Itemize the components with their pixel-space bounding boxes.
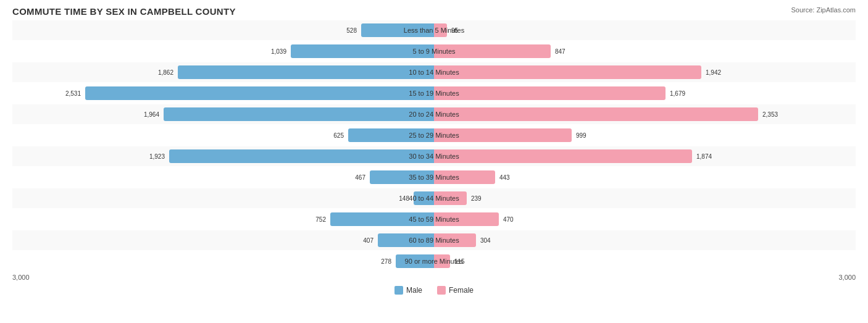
chart-row: 278 90 or more Minutes 115 xyxy=(12,251,856,271)
row-label-text: 45 to 59 Minutes xyxy=(391,216,477,223)
male-bar-wrap: 278 xyxy=(12,254,434,268)
male-bar-wrap: 625 xyxy=(12,128,434,142)
male-bar-wrap: 2,531 xyxy=(12,86,434,100)
female-bar-wrap: 1,942 xyxy=(434,65,856,79)
female-bar-wrap: 1,679 xyxy=(434,86,856,100)
male-value: 467 xyxy=(355,174,367,181)
chart-row: 1,964 20 to 24 Minutes 2,353 xyxy=(12,104,856,124)
female-bar-wrap: 239 xyxy=(434,191,856,205)
male-bar-wrap: 752 xyxy=(12,212,434,226)
female-value: 2,353 xyxy=(761,111,778,118)
row-label-text: 15 to 19 Minutes xyxy=(391,90,477,97)
row-label-text: 30 to 34 Minutes xyxy=(391,153,477,160)
source-label: Source: ZipAtlas.com xyxy=(791,6,856,14)
chart-row: 1,923 30 to 34 Minutes 1,874 xyxy=(12,146,856,166)
female-value: 1,942 xyxy=(704,69,721,76)
chart-title: COMMUTE TIME BY SEX IN CAMPBELL COUNTY xyxy=(12,6,236,17)
legend-male-box xyxy=(394,286,403,295)
row-label-text: 90 or more Minutes xyxy=(391,258,477,265)
male-bar-wrap: 467 xyxy=(12,170,434,184)
male-bar-wrap: 1,964 xyxy=(12,107,434,121)
bars-container: 528 Less than 5 Minutes 95 xyxy=(12,20,856,40)
female-value: 470 xyxy=(501,216,514,223)
chart-rows: 528 Less than 5 Minutes 95 1,039 5 to 9 … xyxy=(12,20,856,271)
chart-row: 625 25 to 29 Minutes 999 xyxy=(12,125,856,145)
male-bar-wrap: 1,862 xyxy=(12,65,434,79)
male-bar-wrap: 407 xyxy=(12,233,434,247)
female-value: 443 xyxy=(498,174,510,181)
bars-container: 1,964 20 to 24 Minutes 2,353 xyxy=(12,104,856,124)
axis-right-label: 3,000 xyxy=(838,274,856,281)
female-bar-wrap: 999 xyxy=(434,128,856,142)
chart-legend: Male Female xyxy=(12,286,856,295)
bars-container: 1,862 10 to 14 Minutes 1,942 xyxy=(12,62,856,82)
male-bar: 2,531 xyxy=(85,86,434,100)
male-bar-wrap: 1,923 xyxy=(12,149,434,163)
bars-container: 467 35 to 39 Minutes 443 xyxy=(12,167,856,187)
male-value: 2,531 xyxy=(65,90,83,97)
chart-row: 1,862 10 to 14 Minutes 1,942 xyxy=(12,62,856,82)
female-bar-wrap: 95 xyxy=(434,23,856,37)
male-value: 1,862 xyxy=(158,69,175,76)
female-bar: 2,353 xyxy=(434,107,758,121)
axis-bottom: 3,000 3,000 xyxy=(12,274,856,281)
chart-row: 752 45 to 59 Minutes 470 xyxy=(12,209,856,229)
row-label-text: 35 to 39 Minutes xyxy=(391,174,477,181)
male-value: 625 xyxy=(333,132,346,139)
female-value: 1,874 xyxy=(695,153,712,160)
male-value: 1,039 xyxy=(271,48,288,55)
row-label-text: 40 to 44 Minutes xyxy=(391,195,477,202)
female-bar-wrap: 304 xyxy=(434,233,856,247)
chart-wrapper: COMMUTE TIME BY SEX IN CAMPBELL COUNTY S… xyxy=(12,6,856,295)
chart-row: 467 35 to 39 Minutes 443 xyxy=(12,167,856,187)
chart-row: 407 60 to 89 Minutes 304 xyxy=(12,230,856,250)
bars-container: 1,923 30 to 34 Minutes 1,874 xyxy=(12,146,856,166)
chart-row: 1,039 5 to 9 Minutes 847 xyxy=(12,41,856,61)
bars-container: 148 40 to 44 Minutes 239 xyxy=(12,188,856,208)
female-bar-wrap: 470 xyxy=(434,212,856,226)
legend-male: Male xyxy=(394,286,422,295)
bars-container: 2,531 15 to 19 Minutes 1,679 xyxy=(12,83,856,103)
legend-female-box xyxy=(437,286,446,295)
bars-container: 752 45 to 59 Minutes 470 xyxy=(12,209,856,229)
male-value: 407 xyxy=(363,237,375,244)
legend-male-label: Male xyxy=(406,286,422,295)
female-bar-wrap: 115 xyxy=(434,254,856,268)
female-value: 1,679 xyxy=(668,90,685,97)
chart-row: 528 Less than 5 Minutes 95 xyxy=(12,20,856,40)
male-value: 1,923 xyxy=(149,153,167,160)
female-value: 304 xyxy=(478,237,491,244)
legend-female-label: Female xyxy=(449,286,474,295)
chart-row: 2,531 15 to 19 Minutes 1,679 xyxy=(12,83,856,103)
bars-container: 407 60 to 89 Minutes 304 xyxy=(12,230,856,250)
female-bar-wrap: 443 xyxy=(434,170,856,184)
male-value: 1,964 xyxy=(144,111,161,118)
bars-container: 278 90 or more Minutes 115 xyxy=(12,251,856,271)
female-value: 999 xyxy=(574,132,586,139)
female-value: 847 xyxy=(553,48,565,55)
row-label-text: 20 to 24 Minutes xyxy=(391,111,477,118)
male-value: 528 xyxy=(346,27,359,34)
male-bar-wrap: 148 xyxy=(12,191,434,205)
row-label-text: 5 to 9 Minutes xyxy=(391,48,477,55)
male-bar-wrap: 1,039 xyxy=(12,44,434,58)
row-label-text: 10 to 14 Minutes xyxy=(391,69,477,76)
bars-container: 1,039 5 to 9 Minutes 847 xyxy=(12,41,856,61)
row-label-text: Less than 5 Minutes xyxy=(391,27,477,34)
axis-left-label: 3,000 xyxy=(12,274,30,281)
male-bar-wrap: 528 xyxy=(12,23,434,37)
row-label-text: 60 to 89 Minutes xyxy=(391,237,477,244)
female-bar-wrap: 2,353 xyxy=(434,107,856,121)
male-value: 752 xyxy=(315,216,328,223)
female-bar-wrap: 847 xyxy=(434,44,856,58)
female-bar-wrap: 1,874 xyxy=(434,149,856,163)
legend-female: Female xyxy=(437,286,474,295)
bars-container: 625 25 to 29 Minutes 999 xyxy=(12,125,856,145)
chart-row: 148 40 to 44 Minutes 239 xyxy=(12,188,856,208)
row-label-text: 25 to 29 Minutes xyxy=(391,132,477,139)
